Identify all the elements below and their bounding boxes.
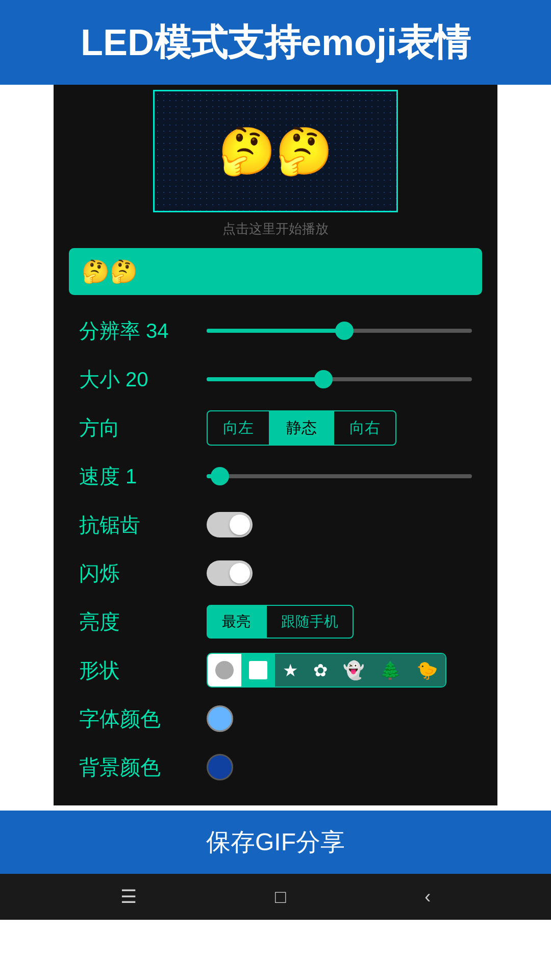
home-icon[interactable]: □: [275, 886, 286, 908]
shape-clover-item[interactable]: ✿: [306, 654, 335, 687]
size-slider-control[interactable]: [207, 377, 472, 381]
antialias-toggle[interactable]: [207, 512, 253, 537]
brightness-label: 亮度: [79, 608, 207, 636]
text-input-bar[interactable]: 🤔🤔: [69, 248, 482, 295]
center-panel: 🤔🤔 点击这里开始播放 🤔🤔 分辨率 34: [54, 85, 497, 805]
shape-control: ★ ✿ 👻 🌲 🐤: [207, 653, 472, 688]
led-display-wrapper[interactable]: 🤔🤔: [54, 85, 497, 212]
star-icon: ★: [283, 660, 298, 680]
save-button-label: 保存GIF分享: [206, 828, 345, 855]
flicker-knob: [230, 563, 250, 583]
bg-color-circle[interactable]: [207, 754, 233, 780]
resolution-fill: [207, 329, 344, 333]
settings-area: 分辨率 34 大小 20: [54, 295, 497, 805]
play-hint[interactable]: 点击这里开始播放: [54, 212, 497, 248]
back-icon[interactable]: ‹: [424, 886, 431, 908]
brightness-control: 最亮 跟随手机: [207, 605, 472, 639]
save-button-container[interactable]: 保存GIF分享: [0, 811, 551, 874]
direction-label: 方向: [79, 414, 207, 442]
speed-label: 速度 1: [79, 462, 207, 491]
brightness-max-button[interactable]: 最亮: [207, 605, 266, 639]
shape-tree-item[interactable]: 🌲: [372, 654, 409, 687]
direction-static-button[interactable]: 静态: [270, 410, 333, 446]
size-thumb[interactable]: [314, 370, 333, 388]
size-label: 大小 20: [79, 365, 207, 394]
direction-control: 向左 静态 向右: [207, 410, 472, 446]
resolution-slider-control[interactable]: [207, 329, 472, 333]
shape-star-item[interactable]: ★: [275, 654, 306, 687]
shape-circle-item[interactable]: [208, 654, 241, 687]
direction-left-button[interactable]: 向左: [207, 410, 270, 446]
speed-thumb[interactable]: [211, 467, 229, 485]
shape-ghost-item[interactable]: 👻: [335, 654, 372, 687]
resolution-thumb[interactable]: [335, 322, 354, 340]
antialias-knob: [230, 514, 250, 535]
shape-chick-item[interactable]: 🐤: [409, 654, 445, 687]
clover-icon: ✿: [313, 660, 328, 680]
header: LED模式支持emoji表情: [0, 0, 551, 85]
flicker-label: 闪烁: [79, 559, 207, 587]
nav-bar: ☰ □ ‹: [0, 874, 551, 920]
font-color-control: [207, 705, 472, 732]
rect-icon: [249, 661, 267, 679]
direction-right-button[interactable]: 向右: [333, 410, 396, 446]
shape-row: 形状 ★ ✿: [79, 650, 472, 691]
brightness-follow-button[interactable]: 跟随手机: [266, 605, 354, 639]
tree-icon: 🌲: [380, 660, 401, 680]
size-row: 大小 20: [79, 359, 472, 400]
direction-buttons: 向左 静态 向右: [207, 410, 396, 446]
flicker-toggle[interactable]: [207, 560, 253, 586]
size-fill: [207, 377, 323, 381]
font-color-label: 字体颜色: [79, 705, 207, 733]
direction-row: 方向 向左 静态 向右: [79, 407, 472, 448]
font-color-row: 字体颜色: [79, 698, 472, 739]
shape-selector: ★ ✿ 👻 🌲 🐤: [207, 653, 446, 688]
page-wrapper: LED模式支持emoji表情 🤔🤔 点击这里开始播放 🤔🤔 分辨率 34: [0, 0, 551, 980]
flicker-control: [207, 560, 472, 586]
bg-color-label: 背景颜色: [79, 753, 207, 781]
circle-icon: [215, 661, 234, 679]
speed-row: 速度 1: [79, 456, 472, 497]
text-input-content: 🤔🤔: [82, 258, 138, 285]
led-display[interactable]: 🤔🤔: [153, 90, 398, 212]
ghost-icon: 👻: [343, 660, 364, 680]
bg-color-control: [207, 754, 472, 780]
speed-track[interactable]: [207, 474, 472, 478]
header-title: LED模式支持emoji表情: [20, 20, 531, 64]
font-color-circle[interactable]: [207, 705, 233, 732]
resolution-row: 分辨率 34: [79, 310, 472, 351]
speed-slider-control[interactable]: [207, 474, 472, 478]
antialias-row: 抗锯齿: [79, 504, 472, 545]
menu-icon[interactable]: ☰: [120, 886, 137, 908]
antialias-control: [207, 512, 472, 537]
shape-rect-item[interactable]: [241, 654, 275, 687]
flicker-row: 闪烁: [79, 553, 472, 594]
chick-icon: 🐤: [416, 660, 438, 680]
resolution-label: 分辨率 34: [79, 317, 207, 345]
brightness-buttons: 最亮 跟随手机: [207, 605, 354, 639]
brightness-row: 亮度 最亮 跟随手机: [79, 601, 472, 642]
resolution-track[interactable]: [207, 329, 472, 333]
bg-color-row: 背景颜色: [79, 747, 472, 788]
shape-label: 形状: [79, 656, 207, 684]
size-track[interactable]: [207, 377, 472, 381]
led-emoji-content: 🤔🤔: [218, 125, 333, 178]
antialias-label: 抗锯齿: [79, 511, 207, 539]
